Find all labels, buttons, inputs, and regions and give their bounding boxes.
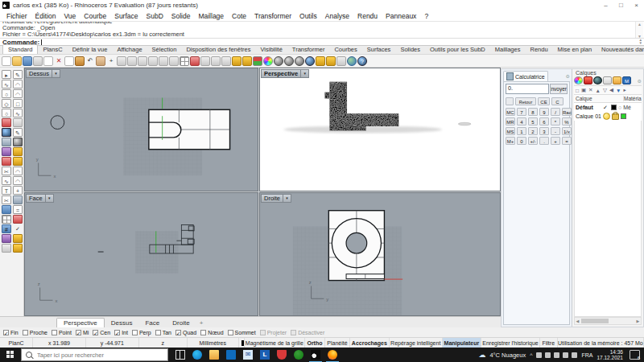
calculator-key[interactable]: 1 bbox=[517, 127, 526, 135]
color-wheel-icon[interactable] bbox=[263, 56, 273, 66]
store-icon[interactable] bbox=[226, 350, 236, 360]
circle-tool[interactable]: ○ bbox=[2, 89, 11, 98]
tray-network-icon[interactable] bbox=[563, 352, 568, 358]
minimize-button[interactable]: – bbox=[598, 0, 613, 10]
osnap-checkbox[interactable]: Proche bbox=[23, 330, 47, 335]
collapse-icon[interactable]: ◀ bbox=[609, 87, 613, 93]
calculator-key[interactable]: Rac bbox=[562, 108, 572, 116]
calculator-key[interactable]: 0 bbox=[517, 137, 526, 145]
ribbon-tab[interactable]: Sélection bbox=[147, 45, 182, 54]
delete-icon[interactable]: ✕ bbox=[54, 56, 64, 66]
calculator-key[interactable]: + bbox=[551, 137, 560, 145]
raytrace-display-icon[interactable] bbox=[305, 56, 315, 66]
ribbon-tab[interactable]: Mise en plan bbox=[553, 45, 597, 54]
calculator-key[interactable]: MR bbox=[506, 117, 515, 125]
viewport-tab[interactable]: Dessus bbox=[105, 319, 139, 327]
text-tool[interactable]: T bbox=[2, 186, 11, 195]
blend-tool[interactable]: ◠ bbox=[13, 176, 23, 185]
viewport-tab[interactable]: Perspective bbox=[56, 318, 105, 327]
ribbon-tab[interactable]: Standard bbox=[2, 44, 38, 54]
ribbon-tab[interactable]: Maillages bbox=[490, 45, 526, 54]
menu-item[interactable]: Rendu bbox=[353, 12, 382, 20]
osnap-checkbox[interactable]: ✓ Cen bbox=[93, 330, 110, 335]
shaded-display-icon[interactable] bbox=[274, 56, 283, 66]
chamfer-tool[interactable] bbox=[13, 157, 23, 166]
search-input[interactable] bbox=[35, 351, 151, 360]
menu-item[interactable]: Vue bbox=[60, 12, 80, 20]
delete-layer-icon[interactable]: ✕ bbox=[588, 87, 592, 93]
ribbon-tab[interactable]: Rendu bbox=[525, 45, 552, 54]
tray-volume-icon[interactable] bbox=[572, 352, 577, 358]
status-segment[interactable]: Planéité bbox=[325, 338, 350, 348]
osnap-checkbox[interactable]: Nœud bbox=[200, 330, 223, 335]
viewport-menu-icon[interactable]: ▼ bbox=[52, 69, 60, 78]
pan-icon[interactable] bbox=[96, 56, 105, 66]
defender-icon[interactable] bbox=[277, 350, 287, 360]
viewport-perspective[interactable]: Perspective ▼ bbox=[259, 68, 501, 191]
calculator-key[interactable]: 4 bbox=[517, 117, 526, 125]
calculator-key[interactable]: 9 bbox=[539, 108, 549, 116]
xbox-icon[interactable] bbox=[294, 350, 303, 360]
viewport-menu-icon[interactable]: ▼ bbox=[301, 69, 309, 78]
layer-visibility-bulb-icon[interactable] bbox=[603, 113, 610, 120]
osnap-checkbox[interactable]: Perp bbox=[132, 330, 151, 335]
move-icon[interactable]: + bbox=[106, 56, 116, 66]
calculator-gear-icon[interactable]: ⚙ bbox=[566, 73, 570, 79]
cplane-icon[interactable] bbox=[336, 56, 346, 66]
osnap-checkbox[interactable]: ✓ Quad bbox=[175, 330, 196, 335]
calculator-key[interactable]: = bbox=[562, 137, 572, 145]
calculator-key[interactable]: M+ bbox=[506, 137, 515, 145]
paintbrush-icon[interactable] bbox=[316, 56, 325, 66]
osnap-checkbox[interactable]: ✓ Int bbox=[114, 330, 128, 335]
maximize-button[interactable]: □ bbox=[613, 0, 629, 10]
calculator-key[interactable]: 1/x bbox=[562, 127, 572, 135]
zoom-window-icon[interactable] bbox=[138, 56, 147, 66]
polygon-tool[interactable]: ◇ bbox=[2, 99, 11, 108]
scroll-left-icon[interactable]: ◀ bbox=[575, 319, 580, 323]
rhino-taskbar-icon[interactable] bbox=[311, 350, 320, 360]
ribbon-tab[interactable]: Solides bbox=[395, 45, 425, 54]
undo-icon[interactable]: ↶ bbox=[85, 56, 95, 66]
menu-item[interactable]: Outils bbox=[295, 12, 321, 20]
move-down-icon[interactable]: ▽ bbox=[603, 87, 607, 93]
calculator-key[interactable]: Retour bbox=[515, 97, 536, 105]
hide-tool[interactable] bbox=[13, 215, 23, 224]
layer-color-swatch[interactable] bbox=[621, 113, 626, 119]
osnap-checkbox[interactable]: Sommet bbox=[228, 330, 256, 335]
ribbon-tab[interactable]: Outils pour les SubD bbox=[425, 45, 490, 54]
arc-tool[interactable]: ◠ bbox=[13, 89, 23, 98]
menu-item[interactable]: SubD bbox=[142, 12, 167, 20]
calculator-key[interactable]: . bbox=[539, 137, 549, 145]
rectangle-tool[interactable]: □ bbox=[13, 99, 23, 108]
select-brush-tool[interactable]: ✎ bbox=[13, 70, 23, 79]
close-button[interactable]: × bbox=[629, 0, 644, 10]
material-bucket-tool[interactable] bbox=[13, 234, 23, 243]
calculator-key[interactable]: MS bbox=[506, 127, 515, 135]
viewport-tab[interactable]: + bbox=[196, 319, 207, 327]
zoom-extents-icon[interactable] bbox=[159, 56, 168, 66]
viewport-droite[interactable]: z y Droite ▼ bbox=[259, 192, 501, 316]
edge-icon[interactable] bbox=[192, 350, 202, 360]
viewport-layout-icon[interactable] bbox=[180, 56, 189, 66]
clock[interactable]: 14:36 17.12.2021 bbox=[597, 349, 623, 360]
calculator-key[interactable]: 6 bbox=[539, 117, 549, 125]
calculator-key[interactable]: +/- bbox=[528, 137, 538, 145]
more-layers-icon[interactable]: ▸ bbox=[623, 87, 625, 93]
analyze-tool[interactable] bbox=[2, 244, 11, 253]
display-mode-tab-icon[interactable] bbox=[603, 76, 612, 84]
layers-gear-icon[interactable]: ⚙ bbox=[638, 78, 642, 84]
taskbar-search[interactable] bbox=[21, 348, 168, 361]
status-segment[interactable]: Repérage intelligent bbox=[390, 338, 443, 348]
weather-text[interactable]: 4°C Nuageux bbox=[489, 352, 526, 359]
zoom-dynamic-icon[interactable] bbox=[117, 56, 126, 66]
layer-row-default[interactable]: Défaut ✓ ○ Mé bbox=[574, 103, 642, 112]
polyline-tool[interactable]: ∿ bbox=[2, 80, 11, 88]
viewport-menu-icon[interactable]: ▼ bbox=[46, 194, 54, 203]
layer-row-01[interactable]: Calque 01 bbox=[574, 112, 642, 121]
mail-icon[interactable]: ✉ bbox=[243, 350, 253, 360]
boolean-diff-tool[interactable] bbox=[2, 157, 11, 166]
array-tool[interactable] bbox=[2, 215, 11, 224]
render-small-tool[interactable] bbox=[13, 244, 23, 253]
viewport-title-dessus[interactable]: Dessus ▼ bbox=[26, 69, 60, 78]
calculator-key[interactable]: / bbox=[551, 108, 560, 116]
